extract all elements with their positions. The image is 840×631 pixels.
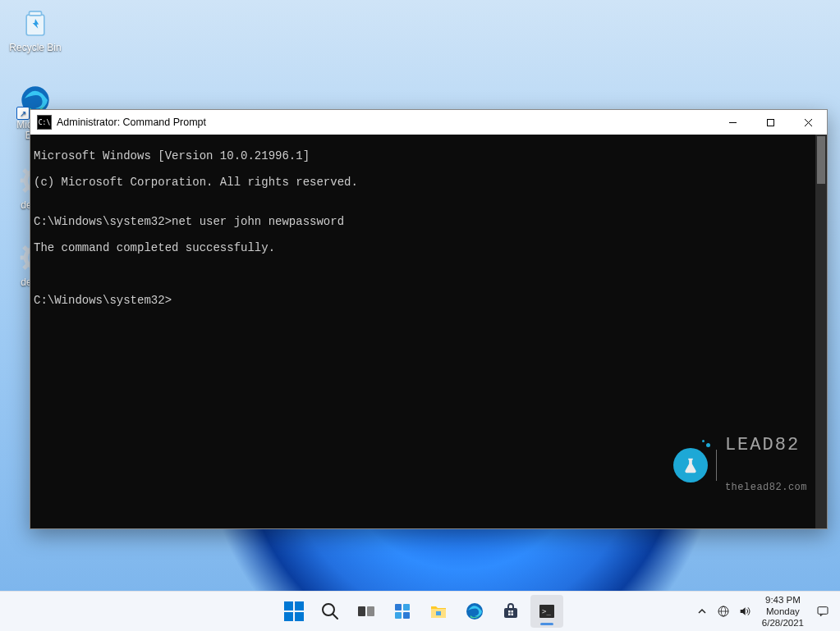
command-prompt-window[interactable]: C:\ Administrator: Command Prompt Micros… (30, 109, 828, 529)
svg-rect-37 (508, 610, 511, 613)
svg-rect-27 (358, 606, 365, 616)
terminal-body[interactable]: Microsoft Windows [Version 10.0.21996.1]… (30, 135, 827, 528)
chevron-up-icon (697, 606, 707, 616)
close-button[interactable] (789, 110, 827, 135)
taskbar-clock[interactable]: 9:43 PM Monday 6/28/2021 (755, 594, 810, 629)
svg-rect-46 (818, 607, 828, 615)
network-tray[interactable] (713, 595, 734, 628)
widgets-icon (392, 601, 412, 621)
scrollbar-thumb[interactable] (817, 136, 825, 184)
chat-icon (816, 605, 829, 618)
svg-rect-28 (367, 606, 374, 616)
recycle-bin-icon[interactable]: Recycle Bin (5, 5, 66, 53)
watermark: LEAD82 thelead82.com (673, 410, 807, 520)
folder-icon (429, 601, 448, 621)
svg-rect-40 (511, 614, 513, 616)
notifications-button[interactable] (810, 595, 835, 628)
file-explorer-button[interactable] (422, 595, 455, 628)
watermark-site: thelead82.com (725, 481, 807, 494)
recycle-bin-label: Recycle Bin (5, 43, 66, 53)
start-button[interactable] (278, 595, 310, 628)
terminal-line: (c) Microsoft Corporation. All rights re… (34, 176, 824, 189)
svg-rect-15 (21, 256, 26, 260)
cmd-title-icon: C:\ (37, 115, 52, 130)
terminal-line: C:\Windows\system32>net user john newpas… (34, 215, 824, 228)
clock-time: 9:43 PM (762, 594, 804, 606)
taskview-button[interactable] (350, 595, 383, 628)
terminal-line: The command completed successfully. (34, 241, 824, 254)
svg-rect-32 (403, 612, 410, 619)
store-icon (501, 601, 521, 621)
window-title: Administrator: Command Prompt (57, 117, 206, 128)
cmd-taskbar-button[interactable]: >_ (530, 595, 563, 628)
maximize-button[interactable] (751, 110, 789, 135)
windows-logo-icon (284, 601, 304, 621)
svg-rect-1 (30, 11, 42, 16)
svg-rect-29 (395, 604, 402, 610)
svg-rect-22 (767, 119, 773, 126)
clock-date: 6/28/2021 (762, 617, 804, 629)
edge-button[interactable] (458, 595, 491, 628)
edge-icon (465, 601, 484, 621)
svg-rect-36 (504, 608, 517, 618)
svg-rect-34 (436, 611, 441, 615)
terminal-icon: >_ (537, 601, 557, 621)
clock-day: Monday (762, 606, 804, 617)
terminal-line: C:\Windows\system32> (34, 294, 824, 307)
volume-tray[interactable] (734, 595, 755, 628)
svg-rect-6 (21, 179, 26, 183)
svg-line-26 (333, 614, 337, 619)
svg-rect-30 (403, 604, 410, 610)
terminal-line: Microsoft Windows [Version 10.0.21996.1] (34, 149, 824, 162)
svg-text:>_: >_ (542, 607, 551, 615)
watermark-brand: LEAD82 (725, 437, 807, 455)
titlebar[interactable]: C:\ Administrator: Command Prompt (30, 110, 827, 135)
search-icon (320, 601, 340, 621)
tray-chevron[interactable] (691, 595, 713, 628)
svg-rect-39 (508, 614, 511, 616)
taskview-icon (356, 601, 376, 621)
speaker-icon (738, 605, 751, 618)
store-button[interactable] (494, 595, 527, 628)
trash-icon (19, 7, 52, 39)
search-button[interactable] (314, 595, 347, 628)
svg-rect-31 (395, 612, 402, 619)
svg-rect-38 (511, 610, 513, 613)
taskbar[interactable]: >_ 9:43 PM Monday 6/28/ (0, 591, 840, 631)
scrollbar[interactable] (815, 135, 827, 528)
minimize-button[interactable] (714, 110, 751, 135)
widgets-button[interactable] (386, 595, 419, 628)
shortcut-arrow-icon: ↗ (16, 107, 30, 120)
beaker-icon (673, 448, 708, 482)
globe-icon (717, 605, 730, 618)
